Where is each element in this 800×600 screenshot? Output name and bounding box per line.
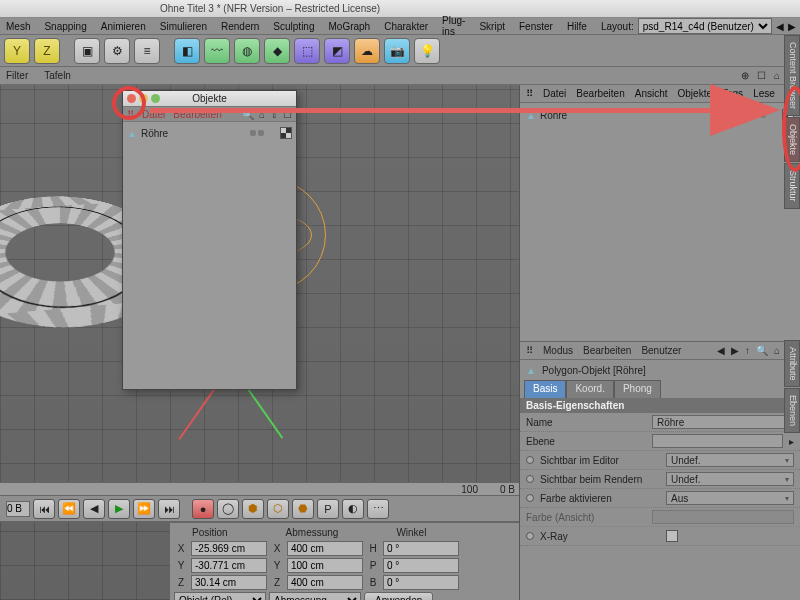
layout-prev-icon[interactable]: ◀ <box>776 21 784 32</box>
sidetab-objekte[interactable]: Objekte <box>784 117 800 162</box>
fp-dock-icon[interactable]: ☐ <box>283 109 292 120</box>
goto-start-button[interactable]: ⏮ <box>33 499 55 519</box>
play-back-button[interactable]: ◀ <box>83 499 105 519</box>
tab-phong[interactable]: Phong <box>614 380 661 398</box>
zoom-icon[interactable] <box>151 94 160 103</box>
fp-menu-bearbeiten[interactable]: Bearbeiten <box>173 109 221 120</box>
coord-b-ang[interactable] <box>383 575 459 590</box>
tab-koord[interactable]: Koord. <box>566 380 613 398</box>
spline-button[interactable]: 〰 <box>204 38 230 64</box>
attr-nav-fwd-icon[interactable]: ▶ <box>731 345 739 356</box>
objmgr-menu-bearbeiten[interactable]: Bearbeiten <box>576 88 624 99</box>
coord-x-pos[interactable] <box>191 541 267 556</box>
menu-charakter[interactable]: Charakter <box>384 21 428 32</box>
menu-sculpting[interactable]: Sculpting <box>273 21 314 32</box>
render-view-button[interactable]: ▣ <box>74 38 100 64</box>
goto-end-button[interactable]: ⏭ <box>158 499 180 519</box>
minimize-icon[interactable] <box>139 94 148 103</box>
layout-select[interactable]: psd_R14_c4d (Benutzer) <box>638 18 772 34</box>
object-manager[interactable]: ▲ Röhre <box>520 103 800 341</box>
menu-mograph[interactable]: MoGraph <box>329 21 371 32</box>
coord-z-dim[interactable] <box>287 575 363 590</box>
generator-button[interactable]: ◍ <box>234 38 260 64</box>
next-key-button[interactable]: ⏩ <box>133 499 155 519</box>
key-param-button[interactable]: P <box>317 499 339 519</box>
fp-up-icon[interactable]: ⇧ <box>270 109 278 120</box>
coord-x-dim[interactable] <box>287 541 363 556</box>
subbar-tafeln[interactable]: Tafeln <box>44 70 71 81</box>
primitive-cube-button[interactable]: ◧ <box>174 38 200 64</box>
deformer-button[interactable]: ◩ <box>324 38 350 64</box>
fp-menu-datei[interactable]: Datei <box>142 109 165 120</box>
axis-z-button[interactable]: Z <box>34 38 60 64</box>
timeline-frame-input[interactable] <box>6 501 30 517</box>
play-button[interactable]: ▶ <box>108 499 130 519</box>
prev-key-button[interactable]: ⏪ <box>58 499 80 519</box>
render-settings-button[interactable]: ⚙ <box>104 38 130 64</box>
attr-menu-benutzer[interactable]: Benutzer <box>641 345 681 356</box>
environment-button[interactable]: ☁ <box>354 38 380 64</box>
objmgr-menu-datei[interactable]: Datei <box>543 88 566 99</box>
attr-nav-up-icon[interactable]: ↑ <box>745 345 750 356</box>
objmgr-menu-tags[interactable]: Tags <box>722 88 743 99</box>
coord-h-ang[interactable] <box>383 541 459 556</box>
attr-menu-modus[interactable]: Modus <box>543 345 573 356</box>
key-pos-button[interactable]: ⬢ <box>242 499 264 519</box>
coord-y-dim[interactable] <box>287 558 363 573</box>
prop-ebene-input[interactable] <box>652 434 783 448</box>
menu-fenster[interactable]: Fenster <box>519 21 553 32</box>
objmgr-menu-objekte[interactable]: Objekte <box>678 88 712 99</box>
key-opts-button[interactable]: ⋯ <box>367 499 389 519</box>
tab-basis[interactable]: Basis <box>524 380 566 398</box>
layout-next-icon[interactable]: ▶ <box>788 21 796 32</box>
camera-button[interactable]: 📷 <box>384 38 410 64</box>
subdivision-button[interactable]: ◆ <box>264 38 290 64</box>
viewnav-zoom-icon[interactable]: ☐ <box>757 70 766 81</box>
sidetab-struktur[interactable]: Struktur <box>784 163 800 209</box>
objmgr-menu-lese[interactable]: Lese <box>753 88 775 99</box>
array-button[interactable]: ⬚ <box>294 38 320 64</box>
menu-plugins[interactable]: Plug-ins <box>442 15 465 37</box>
prop-name-input[interactable]: Röhre <box>652 415 794 429</box>
fp-home-icon[interactable]: ⌂ <box>259 109 265 120</box>
key-pla-button[interactable]: ◐ <box>342 499 364 519</box>
light-button[interactable]: 💡 <box>414 38 440 64</box>
key-rot-button[interactable]: ⬣ <box>292 499 314 519</box>
phong-tag-icon[interactable] <box>280 127 292 139</box>
floating-panel-titlebar[interactable]: Objekte <box>123 91 296 107</box>
menu-mesh[interactable]: Mesh <box>6 21 30 32</box>
prop-farbe-dropdown[interactable]: Aus <box>666 491 794 505</box>
prop-editor-dropdown[interactable]: Undef. <box>666 453 794 467</box>
menu-snapping[interactable]: Snapping <box>44 21 86 32</box>
axis-y-button[interactable]: Y <box>4 38 30 64</box>
menu-simulieren[interactable]: Simulieren <box>160 21 207 32</box>
attr-search-icon[interactable]: 🔍 <box>756 345 768 356</box>
attr-menu-bearbeiten[interactable]: Bearbeiten <box>583 345 631 356</box>
fp-object-row[interactable]: ▲ Röhre <box>127 125 292 141</box>
menu-rendern[interactable]: Rendern <box>221 21 259 32</box>
close-icon[interactable] <box>127 94 136 103</box>
object-name[interactable]: Röhre <box>540 110 567 121</box>
sidetab-ebenen[interactable]: Ebenen <box>784 388 800 433</box>
fp-object-name[interactable]: Röhre <box>141 128 168 139</box>
coord-size-select[interactable]: Abmessung <box>269 592 361 600</box>
prop-render-dropdown[interactable]: Undef. <box>666 472 794 486</box>
menu-skript[interactable]: Skript <box>479 21 505 32</box>
viewnav-move-icon[interactable]: ⊕ <box>741 70 749 81</box>
floating-objekte-panel[interactable]: Objekte ⠿ Datei Bearbeiten 🔍 ⌂ ⇧ ☐ ▲ Röh… <box>122 90 297 390</box>
record-button[interactable]: ● <box>192 499 214 519</box>
sidetab-content-browser[interactable]: Content Browser <box>784 35 800 116</box>
coord-z-pos[interactable] <box>191 575 267 590</box>
fp-search-icon[interactable]: 🔍 <box>242 109 254 120</box>
menu-hilfe[interactable]: Hilfe <box>567 21 587 32</box>
attr-nav-back-icon[interactable]: ◀ <box>717 345 725 356</box>
coord-space-select[interactable]: Objekt (Rel) <box>174 592 266 600</box>
coord-apply-button[interactable]: Anwenden <box>364 592 433 600</box>
autokey-button[interactable]: ◯ <box>217 499 239 519</box>
object-row[interactable]: ▲ Röhre <box>526 107 794 123</box>
menu-animieren[interactable]: Animieren <box>101 21 146 32</box>
prop-xray-checkbox[interactable] <box>666 530 678 542</box>
coord-y-pos[interactable] <box>191 558 267 573</box>
subbar-filter[interactable]: Filter <box>6 70 28 81</box>
attr-home-icon[interactable]: ⌂ <box>774 345 780 356</box>
